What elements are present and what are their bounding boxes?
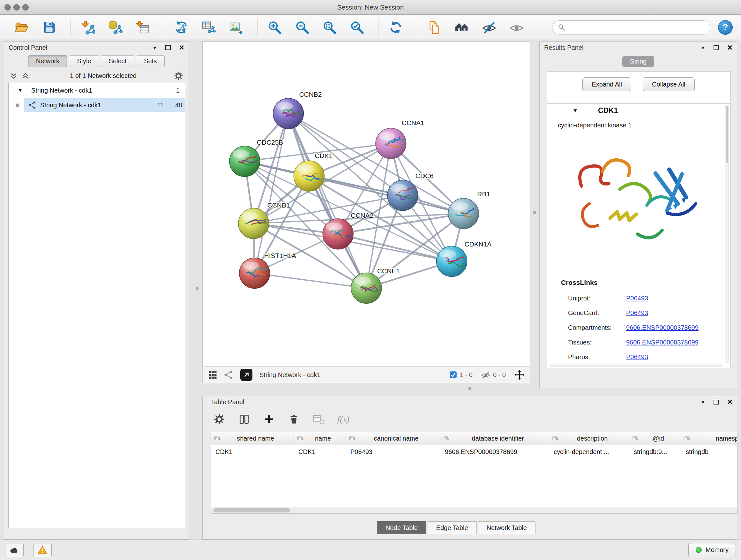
tab-style[interactable]: Style [69, 55, 99, 67]
open-session-button[interactable] [13, 18, 30, 37]
table-cell[interactable]: stringdb [681, 445, 738, 458]
selected-checkbox-icon[interactable] [449, 371, 457, 379]
compare-sessions-button[interactable] [425, 18, 443, 37]
crosslink-link[interactable]: P06493 [626, 309, 648, 317]
table-horizontal-scrollbar[interactable] [211, 507, 737, 513]
network-node-CCNE1[interactable] [351, 273, 382, 304]
network-node-RB1[interactable] [448, 198, 479, 229]
panel-float-icon[interactable] [714, 45, 719, 50]
zoom-fit-button[interactable] [321, 18, 339, 37]
network-node-CDC6[interactable] [387, 180, 418, 211]
window-minimize-button[interactable] [13, 4, 20, 10]
results-horizontal-scrollbar[interactable] [549, 364, 723, 367]
column-header-namespace[interactable]: namespace [681, 432, 738, 445]
panel-menu-icon[interactable]: ▼ [700, 45, 705, 51]
network-edge[interactable] [255, 273, 366, 288]
table-cell[interactable]: stringdb:9... [629, 445, 681, 458]
hidden-eye-icon[interactable] [481, 370, 490, 380]
column-header--id[interactable]: @id [629, 432, 681, 445]
protein-section-header[interactable]: ▼ CDK1 [547, 104, 730, 120]
grid-view-icon[interactable] [208, 370, 217, 380]
tab-string[interactable]: String [622, 56, 654, 67]
zoom-out-button[interactable] [293, 18, 311, 37]
results-vertical-scrollbar[interactable] [725, 105, 729, 363]
column-header-canonical-name[interactable]: canonical name [346, 432, 441, 445]
zoom-in-button[interactable] [266, 18, 284, 37]
table-cell[interactable]: CDK1 [294, 445, 346, 458]
disclosure-triangle-icon[interactable]: ▼ [572, 108, 578, 114]
delete-column-icon[interactable] [287, 412, 301, 426]
show-columns-icon[interactable] [237, 412, 251, 426]
table-row[interactable]: CDK1CDK1P064939606.ENSP00000378699cyclin… [211, 445, 737, 458]
disclosure-triangle-icon[interactable]: ▼ [17, 87, 23, 94]
panel-float-icon[interactable] [714, 400, 719, 405]
refresh-button[interactable] [387, 18, 405, 37]
tab-node-table[interactable]: Node Table [377, 521, 426, 534]
table-cell[interactable]: cyclin-dependent ... [549, 445, 629, 458]
window-close-button[interactable] [4, 4, 11, 10]
tab-network-table[interactable]: Network Table [478, 521, 536, 534]
gear-icon[interactable] [174, 71, 184, 81]
birdseye-view-button[interactable] [240, 369, 253, 381]
save-session-button[interactable] [40, 18, 58, 37]
table-cell[interactable]: CDK1 [211, 445, 294, 458]
window-zoom-button[interactable] [22, 4, 29, 10]
network-row-selection[interactable]: String Network - cdk1 11 48 [24, 98, 185, 112]
panel-menu-icon[interactable]: ▼ [152, 45, 157, 51]
import-network-file-button[interactable] [79, 18, 97, 37]
network-collection-row[interactable]: ▼ String Network - cdk1 1 [9, 83, 185, 98]
splitter-handle[interactable] [533, 211, 536, 214]
tab-sets[interactable]: Sets [136, 55, 165, 67]
collapse-all-button[interactable]: Collapse All [643, 77, 695, 91]
add-column-icon[interactable] [262, 412, 276, 426]
panel-close-icon[interactable]: × [727, 399, 732, 405]
export-image-button[interactable] [227, 18, 245, 37]
show-details-button[interactable] [508, 18, 526, 37]
reload-network-button[interactable] [172, 18, 190, 37]
tab-network[interactable]: Network [28, 55, 67, 67]
splitter-handle[interactable] [196, 287, 199, 290]
network-node-CDC25B[interactable] [229, 146, 260, 177]
tab-edge-table[interactable]: Edge Table [428, 521, 477, 534]
import-network-database-button[interactable] [106, 18, 124, 37]
table-settings-icon[interactable] [212, 412, 226, 426]
search-input[interactable] [569, 23, 705, 31]
network-from-table-button[interactable] [200, 18, 218, 37]
expand-all-networks-icon[interactable] [21, 71, 30, 80]
crosslink-link[interactable]: P06493 [626, 295, 648, 302]
table-cell[interactable]: P06493 [346, 445, 441, 458]
memory-button[interactable]: Memory [688, 543, 736, 557]
network-node-CCNA2[interactable] [323, 219, 353, 249]
collapse-all-networks-icon[interactable] [9, 71, 18, 80]
table-cell[interactable]: 9606.ENSP00000378699 [441, 445, 549, 458]
network-node-CCNA1[interactable] [376, 128, 406, 159]
network-svg[interactable]: CCNB2CCNA1CDC25BCDK1CDC6RB1CCNB1CCNA2CDK… [203, 42, 530, 366]
crosslink-link[interactable]: 9606.ENSP00000378699 [626, 339, 698, 346]
network-row[interactable]: String Network - cdk1 11 48 [9, 98, 185, 112]
splitter-handle[interactable] [468, 387, 471, 390]
zoom-selected-button[interactable] [348, 18, 366, 37]
panel-menu-icon[interactable]: ▼ [700, 399, 705, 405]
hide-details-button[interactable] [480, 18, 498, 37]
search-field[interactable] [552, 20, 711, 35]
network-overview-icon[interactable] [224, 370, 233, 380]
network-canvas[interactable]: CCNB2CCNA1CDC25BCDK1CDC6RB1CCNB1CCNA2CDK… [202, 42, 530, 366]
pan-mode-icon[interactable] [514, 369, 525, 380]
crosslink-link[interactable]: 9606.ENSP00000378699 [626, 324, 698, 331]
network-edge[interactable] [255, 114, 288, 273]
function-builder-icon[interactable]: f(x) [337, 412, 351, 426]
home-button[interactable] [453, 18, 471, 37]
panel-float-icon[interactable] [165, 45, 171, 50]
crosslink-link[interactable]: P06493 [626, 354, 648, 361]
delete-table-icon[interactable] [312, 412, 326, 426]
panel-close-icon[interactable]: × [727, 44, 732, 51]
expand-all-button[interactable]: Expand All [583, 77, 631, 91]
network-node-HIST1H1A[interactable] [239, 258, 270, 289]
cloud-status-button[interactable] [5, 543, 23, 557]
warnings-button[interactable] [33, 543, 52, 557]
panel-close-icon[interactable]: × [179, 44, 184, 51]
column-header-shared-name[interactable]: shared name [211, 432, 294, 445]
column-header-description[interactable]: description [549, 432, 629, 445]
help-button[interactable]: ? [718, 20, 733, 35]
tab-select[interactable]: Select [101, 55, 135, 67]
